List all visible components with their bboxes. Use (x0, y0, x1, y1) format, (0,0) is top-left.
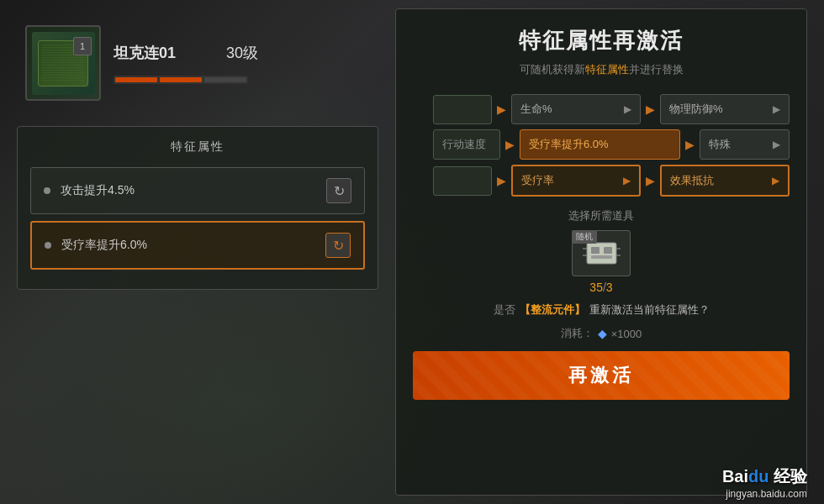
right-panel-title: 特征属性再激活 (413, 26, 790, 55)
tool-item: 随机 35/3 (572, 230, 631, 294)
trait-cell-phys-def[interactable]: 物理防御% ▶ (660, 94, 790, 124)
trait-refresh-btn-attack[interactable]: ↻ (326, 178, 351, 203)
row1-arrow: ▶ (497, 102, 506, 116)
trait-text-attack: 攻击提升4.5% (61, 183, 326, 198)
diamond-icon: ◆ (598, 327, 607, 340)
character-level: 30级 (226, 43, 258, 63)
confirm-line: 是否 【整流元件】 重新激活当前特征属性？ (413, 302, 790, 318)
tool-count: 35/3 (589, 281, 612, 294)
trait-cell-life[interactable]: 生命% ▶ (511, 94, 641, 124)
trait-panel-title: 特征属性 (30, 139, 365, 155)
row3-arrow2: ▶ (646, 174, 655, 187)
left-panel: 1 坦克连01 30级 特征属性 攻击提升4.5% ↻ (17, 17, 378, 403)
row1-arrow2: ▶ (646, 102, 655, 116)
right-panel: 特征属性再激活 可随机获得新特征属性并进行替换 ▶ 生命% ▶ ▶ 物理防御% … (395, 8, 807, 496)
character-info: 1 坦克连01 30级 (17, 17, 378, 109)
level-bar (114, 76, 248, 84)
trait-dot-heal (45, 242, 51, 249)
trait-item-attack: 攻击提升4.5% ↻ (30, 167, 365, 214)
confirm-bracket: 【整流元件】 (520, 302, 585, 318)
trait-grid-row1: ▶ 生命% ▶ ▶ 物理防御% ▶ (413, 94, 790, 124)
tool-tag: 随机 (572, 230, 597, 244)
trait-panel: 特征属性 攻击提升4.5% ↻ 受疗率提升6.0% ↻ (17, 126, 378, 290)
trait-refresh-btn-heal[interactable]: ↻ (325, 233, 351, 258)
svg-rect-3 (591, 255, 612, 259)
character-details: 坦克连01 30级 (114, 43, 370, 84)
row3-label (433, 166, 492, 196)
tool-icon-box: 随机 (572, 230, 631, 276)
activate-button[interactable]: 再激活 (413, 351, 790, 400)
row2-label: 行动速度 (433, 129, 500, 160)
trait-grid-row3: ▶ 受疗率 ▶ ▶ 效果抵抗 ▶ (413, 165, 790, 197)
trait-cell-heal-rate[interactable]: 受疗率 ▶ (511, 165, 641, 197)
row1-label (433, 95, 492, 124)
svg-rect-1 (591, 247, 600, 254)
row2-arrow2: ▶ (685, 138, 695, 151)
tool-section: 选择所需道具 随机 35/3 (413, 208, 790, 294)
trait-grid-row2: 行动速度 ▶ 受疗率提升6.0% ▶ 特殊 ▶ (413, 129, 790, 160)
trait-dot (44, 187, 50, 194)
trait-cell-heal-rate-active[interactable]: 受疗率提升6.0% (520, 129, 680, 160)
row3-arrow: ▶ (497, 174, 506, 187)
svg-rect-2 (604, 247, 612, 254)
trait-cell-special[interactable]: 特殊 ▶ (700, 129, 790, 160)
chip-badge: 1 (73, 37, 92, 55)
tank-chip-icon: 1 (38, 40, 88, 87)
level-bar-container (114, 76, 248, 84)
character-icon: 1 (25, 25, 101, 101)
tool-label: 选择所需道具 (413, 208, 790, 223)
row2-arrow: ▶ (505, 138, 515, 151)
cost-line: 消耗： ◆ ×1000 (413, 326, 790, 341)
trait-cell-effect-resist[interactable]: 效果抵抗 ▶ (660, 165, 790, 197)
trait-item-heal: 受疗率提升6.0% ↻ (30, 221, 365, 270)
trait-text-heal: 受疗率提升6.0% (61, 238, 325, 253)
right-panel-subtitle: 可随机获得新特征属性并进行替换 (413, 62, 790, 77)
character-name: 坦克连01 (114, 43, 176, 63)
